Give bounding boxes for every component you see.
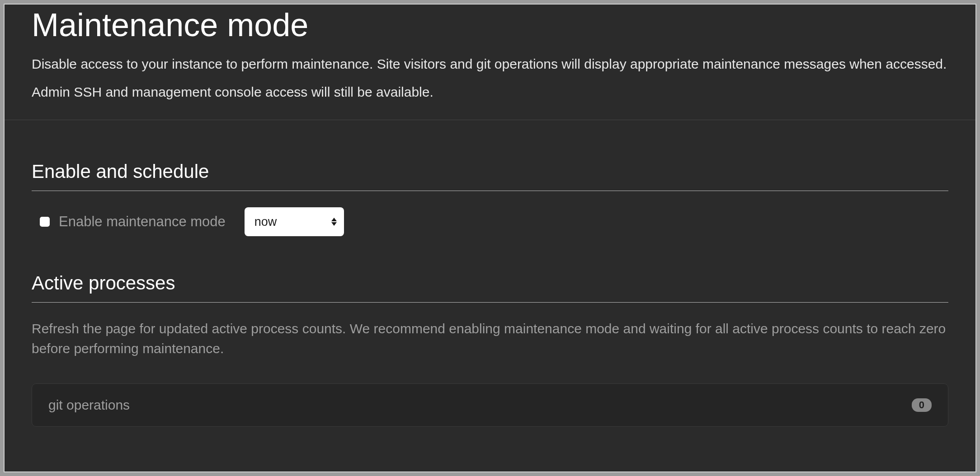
process-name: git operations — [48, 397, 130, 413]
body-section: Enable and schedule Enable maintenance m… — [5, 120, 975, 427]
process-card: git operations 0 — [32, 383, 948, 427]
enable-schedule-heading: Enable and schedule — [32, 161, 948, 191]
active-processes-description: Refresh the page for updated active proc… — [32, 319, 948, 358]
process-count-badge: 0 — [912, 398, 932, 412]
enable-maintenance-checkbox[interactable] — [40, 217, 50, 227]
schedule-select[interactable]: now — [245, 207, 344, 236]
header-section: Maintenance mode Disable access to your … — [5, 7, 975, 120]
page-title: Maintenance mode — [32, 7, 948, 43]
active-processes-heading: Active processes — [32, 272, 948, 303]
enable-maintenance-label: Enable maintenance mode — [59, 214, 226, 230]
schedule-select-wrap: now — [245, 207, 344, 236]
enable-row: Enable maintenance mode now — [32, 207, 948, 236]
header-description-1: Disable access to your instance to perfo… — [32, 55, 948, 74]
header-description-2: Admin SSH and management console access … — [32, 83, 948, 102]
enable-maintenance-checkbox-wrap[interactable]: Enable maintenance mode — [40, 214, 226, 230]
maintenance-panel: Maintenance mode Disable access to your … — [4, 4, 976, 472]
